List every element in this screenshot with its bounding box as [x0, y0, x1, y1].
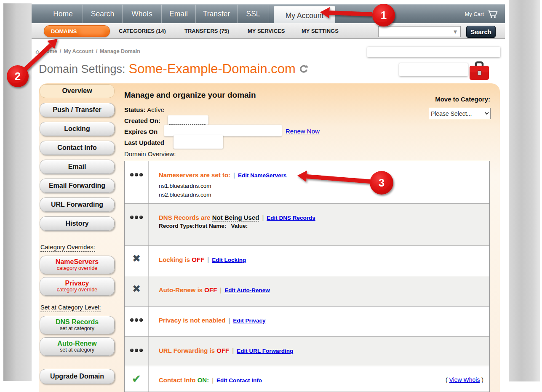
domains-label: DOMAINS — [51, 28, 77, 35]
section-heading: Manage and organize your domain — [124, 91, 256, 100]
check-mark-icon: ✔ — [132, 372, 142, 392]
subnav-item-categories-14[interactable]: CATEGORIES (14) — [119, 23, 166, 39]
domain-manager-page: HomeSearchWhoIsEmailTransferSSL My Cart … — [0, 0, 542, 392]
created-label: Created On: — [124, 117, 160, 124]
ellipsis-icon — [125, 307, 149, 336]
separator: | — [262, 214, 264, 221]
top-nav-tab-search[interactable]: Search — [83, 5, 123, 23]
separator: | — [220, 286, 222, 293]
row-title: Privacy is not enabled|Edit Privacy — [159, 317, 489, 324]
edit-auto-renew-link[interactable]: Edit Auto-Renew — [224, 287, 270, 293]
breadcrumb-item-manage-domain[interactable]: Manage Domain — [100, 48, 140, 54]
row-title: Locking is OFF|Edit Locking — [159, 256, 489, 263]
overview-row-edit-auto-renew: ✖Auto-Renew is OFF|Edit Auto-Renew — [125, 276, 489, 307]
domain-search-input[interactable]: ▼ — [378, 26, 461, 37]
sidebar-item-overview-label: Overview — [62, 88, 92, 95]
x-mark-icon: ✖ — [132, 253, 141, 276]
sidebar-item-email[interactable]: Email — [40, 160, 115, 174]
renew-now-link[interactable]: Renew Now — [286, 128, 320, 135]
subnav-item-my-settings[interactable]: MY SETTINGS — [302, 23, 339, 39]
ellipsis-icon — [130, 173, 143, 176]
tab-my-account[interactable]: My Account — [274, 6, 335, 25]
top-nav-tab-ssl[interactable]: SSL — [238, 5, 269, 23]
sidebar-category-dns-records[interactable]: DNS Recordsset at category — [40, 316, 115, 334]
ellipsis-icon — [130, 318, 143, 322]
top-nav-tab-email[interactable]: Email — [162, 5, 196, 23]
subnav-item-transfers-75[interactable]: TRANSFERS (75) — [184, 23, 229, 39]
breadcrumb: ⌂ Home/My Account/Manage Domain — [35, 48, 140, 55]
edit-url-forwarding-link[interactable]: Edit URL Forwarding — [237, 348, 293, 354]
view-whois-link[interactable]: View Whois — [449, 376, 480, 383]
sidebar-item-email-label: Email — [68, 163, 86, 171]
sidebar-item-email-forwarding[interactable]: Email Forwarding — [40, 179, 115, 193]
top-navigation-bar: HomeSearchWhoIsEmailTransferSSL My Cart — [32, 4, 505, 23]
sidebar-item-contact-info[interactable]: Contact Info — [40, 141, 115, 155]
edit-privacy-link[interactable]: Edit Privacy — [233, 317, 265, 324]
sidebar-override-privacy-label: Privacy — [65, 280, 89, 287]
page-title: Domain Settings: — [39, 63, 125, 76]
sub-navigation-bar: DOMAINS CATEGORIES (14)TRANSFERS (75)MY … — [32, 23, 505, 39]
separator: | — [232, 347, 234, 354]
sidebar-item-history-label: History — [65, 220, 88, 227]
x-mark-icon: ✖ — [125, 276, 149, 306]
view-whois-wrap: ( View Whois ) — [446, 376, 483, 383]
row-title: Contact Info ON:|Edit Contact Info — [159, 376, 489, 384]
toolbox-icon[interactable] — [468, 61, 490, 81]
ellipsis-icon — [125, 161, 149, 203]
move-to-category-label: Move to Category: — [430, 96, 490, 103]
search-button[interactable]: Search — [466, 26, 496, 38]
breadcrumb-item-home[interactable]: Home — [43, 48, 57, 54]
edit-contact-info-link[interactable]: Edit Contact Info — [216, 377, 262, 384]
sidebar-item-contact-info-label: Contact Info — [57, 144, 96, 152]
edit-nameservers-link[interactable]: Edit NameServers — [238, 172, 287, 179]
refresh-icon[interactable] — [299, 64, 308, 74]
sidebar-category-auto-renew[interactable]: Auto-Renewset at category — [40, 337, 115, 356]
ellipsis-icon — [130, 216, 143, 219]
category-select[interactable]: Please Select... — [429, 108, 491, 119]
top-nav-tabs: HomeSearchWhoIsEmailTransferSSL — [32, 5, 269, 23]
sidebar-item-url-forwarding-label: URL Forwarding — [51, 201, 103, 208]
upgrade-domain-button[interactable]: Upgrade Domain — [40, 369, 115, 384]
updated-line: Last Updated — [124, 139, 164, 146]
breadcrumb-separator: / — [96, 48, 97, 54]
top-nav-tab-whois[interactable]: WhoIs — [123, 5, 162, 23]
chevron-down-icon[interactable]: ▼ — [454, 29, 457, 34]
ellipsis-icon — [125, 204, 149, 245]
sidebar-item-overview[interactable]: Overview — [40, 84, 115, 98]
sidebar-item-push-transfer-label: Push / Transfer — [53, 107, 101, 114]
breadcrumb-separator: / — [60, 48, 61, 54]
edit-dns-records-link[interactable]: Edit DNS Records — [267, 215, 315, 221]
redacted-box-top — [367, 47, 500, 57]
redacted-expire-date — [164, 125, 282, 136]
nameserver-value: ns2.bluestardns.com — [159, 190, 489, 199]
overview-row-edit-dns-records: DNS Records are Not Being Used|Edit DNS … — [125, 204, 489, 246]
sidebar-item-url-forwarding[interactable]: URL Forwarding — [40, 197, 115, 212]
sidebar-override-nameservers[interactable]: NameServerscategory override — [40, 256, 115, 274]
created-line: Created On: — [124, 117, 160, 124]
edit-locking-link[interactable]: Edit Locking — [212, 257, 246, 263]
top-nav-tab-home[interactable]: Home — [43, 5, 83, 23]
separator: | — [207, 256, 209, 263]
sidebar-item-push-transfer[interactable]: Push / Transfer — [40, 103, 115, 117]
row-title: Auto-Renew is OFF|Edit Auto-Renew — [159, 286, 489, 293]
sidebar-item-history[interactable]: History — [40, 216, 115, 231]
sidebar-item-locking[interactable]: Locking — [40, 122, 115, 136]
breadcrumb-item-my-account[interactable]: My Account — [64, 48, 93, 54]
sidebar-override-privacy[interactable]: Privacycategory override — [40, 277, 115, 296]
subnav-item-my-services[interactable]: MY SERVICES — [248, 23, 285, 39]
redacted-box-title — [399, 63, 468, 76]
set-at-category-label: Set at Category Level: — [40, 304, 101, 312]
nameserver-value: ns1.bluestardns.com — [159, 181, 489, 190]
sidebar: OverviewPush / TransferLockingContact In… — [40, 84, 115, 389]
right-page-margin — [509, 0, 540, 381]
left-page-margin — [3, 3, 32, 381]
my-cart-button[interactable]: My Cart — [465, 5, 499, 24]
top-nav-tab-transfer[interactable]: Transfer — [196, 5, 238, 23]
tab-my-account-label: My Account — [286, 11, 323, 20]
redacted-created-date — [168, 115, 208, 125]
domain-overview-table: Nameservers are set to:|Edit NameServers… — [124, 161, 490, 392]
category-overrides-label: Category Overrides: — [40, 244, 95, 252]
subnav-item-domains[interactable]: DOMAINS — [44, 25, 110, 37]
my-cart-label: My Cart — [465, 11, 484, 17]
sidebar-category-auto-renew-label: Auto-Renew — [57, 340, 96, 347]
